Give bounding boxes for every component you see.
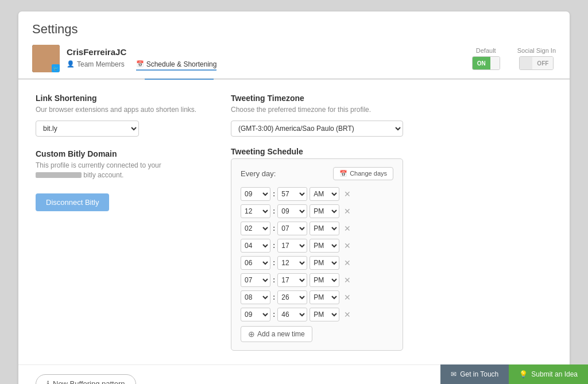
custom-bitly-title: Custom Bitly Domain bbox=[36, 149, 208, 158]
mail-icon: ✉ bbox=[451, 370, 457, 378]
hour-select-3[interactable]: 02 bbox=[241, 222, 270, 235]
time-row-8: 09 : 46 PMAM ✕ bbox=[241, 308, 393, 321]
ampm-select-8[interactable]: PMAM bbox=[310, 308, 339, 321]
change-days-button[interactable]: 📅 Change days bbox=[333, 167, 393, 180]
profile-controls: Default ON Social Sign In OFF bbox=[472, 47, 556, 70]
timezone-select[interactable]: (GMT-3:00) America/Sao Paulo (BRT) (GMT-… bbox=[231, 121, 403, 137]
page-title: Settings bbox=[32, 22, 556, 37]
left-column: Link Shortening Our browser extensions a… bbox=[36, 94, 208, 351]
remove-time-8[interactable]: ✕ bbox=[343, 310, 352, 319]
avatar bbox=[32, 45, 60, 72]
time-row-3: 02 : 07 PMAM ✕ bbox=[241, 222, 393, 235]
hour-select-5[interactable]: 06 bbox=[241, 256, 270, 270]
tab-schedule-shortening[interactable]: 📅 Schedule & Shortening bbox=[136, 60, 217, 71]
default-toggle-group: Default ON bbox=[472, 47, 500, 70]
get-in-touch-label: Get in Touch bbox=[460, 370, 498, 378]
time-row-7: 08 : 26 PMAM ✕ bbox=[241, 290, 393, 304]
default-toggle[interactable]: ON bbox=[472, 56, 500, 70]
minute-select-5[interactable]: 12 bbox=[277, 256, 307, 270]
minute-select-8[interactable]: 46 bbox=[277, 308, 307, 321]
custom-bitly-desc: This profile is currently connected to y… bbox=[36, 161, 208, 180]
hour-select-8[interactable]: 09 bbox=[241, 308, 270, 321]
remove-time-7[interactable]: ✕ bbox=[343, 293, 352, 302]
schedule-icon: 📅 bbox=[136, 60, 144, 68]
ampm-select-5[interactable]: PMAM bbox=[310, 256, 339, 270]
ampm-select-4[interactable]: PMAM bbox=[310, 239, 339, 253]
timezone-desc: Choose the preferred timezone for this p… bbox=[231, 105, 552, 115]
colon-8: : bbox=[273, 310, 275, 319]
time-row-6: 07 : 17 PMAM ✕ bbox=[241, 273, 393, 287]
ampm-select-3[interactable]: PMAM bbox=[310, 222, 339, 235]
link-shortening-desc: Our browser extensions and apps auto sho… bbox=[36, 105, 208, 115]
schedule-title: Tweeting Schedule bbox=[231, 147, 552, 156]
every-day-label: Every day: bbox=[241, 169, 276, 178]
social-signin-label: Social Sign In bbox=[517, 47, 556, 54]
remove-time-6[interactable]: ✕ bbox=[343, 276, 352, 285]
colon-1: : bbox=[273, 189, 275, 198]
right-column: Tweeting Timezone Choose the preferred t… bbox=[231, 94, 552, 351]
add-time-button[interactable]: ⊕ Add a new time bbox=[241, 326, 312, 342]
time-row-2: 12 : 09 PMAM ✕ bbox=[241, 204, 393, 218]
colon-4: : bbox=[273, 241, 275, 250]
hour-select-2[interactable]: 12 bbox=[241, 204, 270, 218]
hour-select-1[interactable]: 09 bbox=[241, 187, 270, 201]
footer-bar: ✉ Get in Touch 💡 Submit an Idea bbox=[440, 364, 588, 384]
social-signin-on-slot bbox=[520, 57, 532, 69]
bitly-account-redacted bbox=[36, 172, 82, 178]
colon-6: : bbox=[273, 276, 275, 284]
disconnect-bitly-button[interactable]: Disconnect Bitly bbox=[36, 193, 109, 211]
submit-idea-button[interactable]: 💡 Submit an Idea bbox=[509, 364, 588, 384]
time-row-5: 06 : 12 PMAM ✕ bbox=[241, 256, 393, 270]
colon-7: : bbox=[273, 293, 275, 301]
ampm-select-7[interactable]: PMAM bbox=[310, 290, 339, 304]
colon-2: : bbox=[273, 207, 275, 215]
remove-time-5[interactable]: ✕ bbox=[343, 258, 352, 267]
minute-select-4[interactable]: 17 bbox=[277, 239, 307, 253]
social-signin-toggle-group: Social Sign In OFF bbox=[517, 47, 556, 70]
ampm-select-2[interactable]: PMAM bbox=[310, 204, 339, 218]
team-icon: 👤 bbox=[67, 60, 75, 68]
toggle-on-state: ON bbox=[473, 57, 490, 69]
default-label: Default bbox=[476, 47, 496, 54]
custom-bitly-section: Custom Bitly Domain This profile is curr… bbox=[36, 149, 208, 212]
toggle-off-slot bbox=[490, 57, 500, 69]
link-shortening-select[interactable]: bit.ly ow.ly buff.ly none bbox=[36, 121, 139, 137]
info-circle-icon: ℹ bbox=[47, 379, 49, 384]
hour-select-6[interactable]: 07 bbox=[241, 273, 270, 287]
lightbulb-icon: 💡 bbox=[519, 370, 528, 378]
hour-select-4[interactable]: 04 bbox=[241, 239, 270, 253]
twitter-badge bbox=[52, 64, 60, 72]
colon-3: : bbox=[273, 224, 275, 232]
remove-time-2[interactable]: ✕ bbox=[343, 207, 352, 216]
colon-5: : bbox=[273, 258, 275, 267]
minute-select-6[interactable]: 17 bbox=[277, 273, 307, 287]
get-in-touch-button[interactable]: ✉ Get in Touch bbox=[440, 364, 509, 384]
hour-select-7[interactable]: 08 bbox=[241, 290, 270, 304]
ampm-select-6[interactable]: PMAM bbox=[310, 273, 339, 287]
minute-select-1[interactable]: 57 bbox=[277, 187, 307, 201]
time-row-1: 09 : 57 AMPM ✕ bbox=[241, 187, 393, 201]
tab-schedule-shortening-label: Schedule & Shortening bbox=[146, 60, 217, 68]
plus-circle-icon: ⊕ bbox=[248, 329, 255, 339]
timezone-title: Tweeting Timezone bbox=[231, 94, 552, 103]
link-shortening-title: Link Shortening bbox=[36, 94, 208, 103]
change-days-label: Change days bbox=[350, 170, 387, 177]
add-time-label: Add a new time bbox=[257, 330, 305, 338]
bitly-desc-after: bitly account. bbox=[83, 171, 123, 179]
social-signin-toggle[interactable]: OFF bbox=[519, 56, 554, 70]
schedule-box: Every day: 📅 Change days 09 : 57 AMPM ✕ bbox=[231, 158, 403, 351]
profile-name: CrisFerreiraJC bbox=[67, 47, 216, 57]
remove-time-1[interactable]: ✕ bbox=[343, 189, 352, 199]
social-signin-off-state: OFF bbox=[532, 57, 553, 69]
minute-select-3[interactable]: 07 bbox=[277, 222, 307, 235]
remove-time-3[interactable]: ✕ bbox=[343, 224, 352, 233]
tab-team-members[interactable]: 👤 Team Members bbox=[67, 60, 125, 71]
time-row-4: 04 : 17 PMAM ✕ bbox=[241, 239, 393, 253]
calendar-icon: 📅 bbox=[339, 170, 347, 177]
ampm-select-1[interactable]: AMPM bbox=[310, 187, 339, 201]
tab-team-members-label: Team Members bbox=[77, 60, 125, 68]
remove-time-4[interactable]: ✕ bbox=[343, 241, 352, 250]
minute-select-7[interactable]: 26 bbox=[277, 290, 307, 304]
new-buffering-button[interactable]: ℹ New Buffering pattern bbox=[36, 374, 136, 384]
minute-select-2[interactable]: 09 bbox=[277, 204, 307, 218]
